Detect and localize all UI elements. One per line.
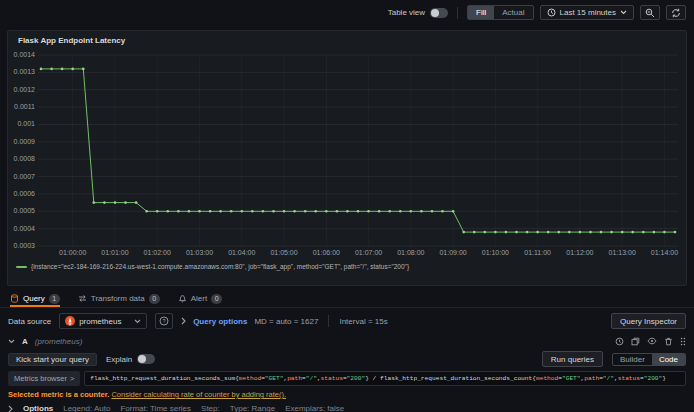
query-options-toggle[interactable]: Query options MD = auto = 1627 Interval …	[181, 315, 388, 327]
datasource-help-button[interactable]: ?	[155, 313, 173, 329]
y-tick-label: 0.0005	[12, 207, 35, 214]
query-code-input[interactable]: flask_http_request_duration_seconds_sum{…	[84, 371, 686, 386]
query-ref-id: A	[22, 337, 28, 346]
tab-alert-label: Alert	[191, 294, 207, 303]
time-series-chart[interactable]: 0.00140.00130.00120.00110.0010.00090.000…	[12, 48, 684, 284]
tab-query-count: 1	[49, 294, 60, 304]
metrics-browser-toggle[interactable]: Metrics browser >	[8, 371, 80, 386]
x-tick-label: 01:03:00	[182, 249, 218, 256]
query-inspector-button[interactable]: Query Inspector	[611, 313, 686, 329]
datasource-label: Data source	[8, 317, 51, 326]
y-tick-label: 0.0007	[12, 173, 35, 180]
query-options-label: Query options	[193, 317, 247, 326]
y-tick-label: 0.001	[12, 120, 35, 127]
y-tick-label: 0.0011	[12, 103, 35, 110]
table-view-group: Table view	[388, 8, 448, 18]
header-divider	[457, 7, 458, 19]
legend-series-swatch	[16, 266, 27, 268]
tab-transform-count: 0	[149, 294, 160, 304]
options-summary-item: Exemplars: false	[285, 404, 344, 412]
caret-down-icon	[134, 319, 141, 324]
explain-toggle[interactable]	[137, 354, 155, 364]
svg-text:?: ?	[163, 318, 166, 324]
datasource-row: Data source prometheus ? Query options M…	[8, 311, 686, 331]
warning-text: Selected metric is a counter.	[8, 390, 109, 399]
transform-icon	[78, 294, 87, 303]
tab-transform-label: Transform data	[91, 294, 145, 303]
y-tick-label: 0.0012	[12, 86, 35, 93]
datasource-select[interactable]: prometheus	[59, 313, 147, 329]
refresh-icon	[671, 8, 681, 18]
tab-transform-data[interactable]: Transform data 0	[78, 290, 160, 307]
table-view-toggle[interactable]	[430, 8, 448, 18]
drag-handle-icon[interactable]	[680, 337, 686, 346]
warning-rate-link[interactable]: Consider calculating rate of counter by …	[111, 390, 286, 399]
table-view-label: Table view	[388, 8, 425, 17]
database-icon	[10, 294, 19, 303]
legend-item[interactable]: {instance="ec2-184-169-216-224.us-west-1…	[16, 263, 409, 270]
builder-code-group: Builder Code	[612, 353, 686, 366]
query-row-header[interactable]: A (prometheus)	[8, 335, 686, 347]
x-tick-label: 01:10:00	[477, 249, 513, 256]
x-tick-label: 01:11:00	[520, 249, 556, 256]
query-row-a: A (prometheus) Kick start your query Exp…	[8, 335, 686, 412]
editor-tabs: Query 1 Transform data 0 Alert 0	[0, 290, 694, 308]
y-tick-label: 0.0014	[12, 51, 35, 58]
x-tick-label: 01:09:00	[435, 249, 471, 256]
x-tick-label: 01:00:00	[55, 249, 91, 256]
x-tick-label: 01:04:00	[224, 249, 260, 256]
code-button[interactable]: Code	[652, 354, 685, 365]
query-row-actions	[615, 337, 686, 346]
time-range-picker[interactable]: Last 15 minutes	[540, 5, 634, 20]
x-tick-label: 01:06:00	[308, 249, 344, 256]
latency-panel: Flask App Endpoint Latency 0.00140.00130…	[7, 30, 687, 286]
query-options-footer[interactable]: Options Legend: AutoFormat: Time seriesS…	[8, 404, 686, 412]
chevron-right-icon	[8, 405, 13, 412]
tab-query-label: Query	[23, 294, 45, 303]
builder-button[interactable]: Builder	[613, 354, 652, 365]
options-summary: Legend: AutoFormat: Time seriesStep:Type…	[63, 404, 344, 412]
y-tick-label: 0.0008	[12, 155, 35, 162]
x-tick-label: 01:08:00	[393, 249, 429, 256]
duplicate-icon[interactable]	[631, 337, 640, 346]
actual-button[interactable]: Actual	[494, 6, 532, 19]
zoom-out-button[interactable]	[640, 5, 660, 20]
metrics-browser-caret: >	[70, 374, 74, 383]
prometheus-icon	[65, 316, 75, 326]
x-tick-label: 01:12:00	[562, 249, 598, 256]
tab-query[interactable]: Query 1	[10, 290, 60, 307]
clock-icon	[547, 8, 556, 17]
x-tick-label: 01:05:00	[266, 249, 302, 256]
options-summary-item: Type: Range	[230, 404, 275, 412]
chevron-down-icon[interactable]	[8, 339, 15, 344]
metrics-browser-label: Metrics browser	[14, 374, 67, 383]
max-data-points-text: MD = auto = 1627	[254, 317, 318, 326]
question-circle-icon: ?	[159, 316, 169, 326]
kick-start-button[interactable]: Kick start your query	[8, 353, 97, 366]
counter-warning: Selected metric is a counter. Consider c…	[8, 390, 686, 399]
options-label: Options	[23, 404, 53, 412]
query-code-row: Metrics browser > flask_http_request_dur…	[8, 371, 686, 386]
refresh-button[interactable]	[666, 5, 686, 20]
options-summary-item: Legend: Auto	[63, 404, 110, 412]
query-datasource-hint: (prometheus)	[35, 337, 83, 346]
tab-alert[interactable]: Alert 0	[178, 290, 222, 307]
y-tick-label: 0.0013	[12, 68, 35, 75]
x-tick-label: 01:13:00	[604, 249, 640, 256]
datasource-value: prometheus	[79, 317, 130, 326]
legend-series-label: {instance="ec2-184-169-216-224.us-west-1…	[31, 263, 409, 270]
fill-button[interactable]: Fill	[468, 6, 494, 19]
x-tick-label: 01:01:00	[97, 249, 133, 256]
chevron-right-icon	[181, 317, 186, 325]
options-summary-item: Step:	[201, 404, 220, 412]
query-toolbar: Kick start your query Explain Run querie…	[8, 351, 686, 367]
eye-icon[interactable]	[647, 337, 657, 345]
query-options-divider	[328, 315, 329, 327]
run-queries-button[interactable]: Run queries	[542, 351, 603, 367]
explain-group: Explain	[106, 354, 155, 364]
trash-icon[interactable]	[664, 337, 673, 346]
history-icon[interactable]	[615, 337, 624, 346]
options-summary-item: Format: Time series	[120, 404, 191, 412]
x-tick-label: 01:14:00	[646, 249, 682, 256]
y-tick-label: 0.0004	[12, 225, 35, 232]
